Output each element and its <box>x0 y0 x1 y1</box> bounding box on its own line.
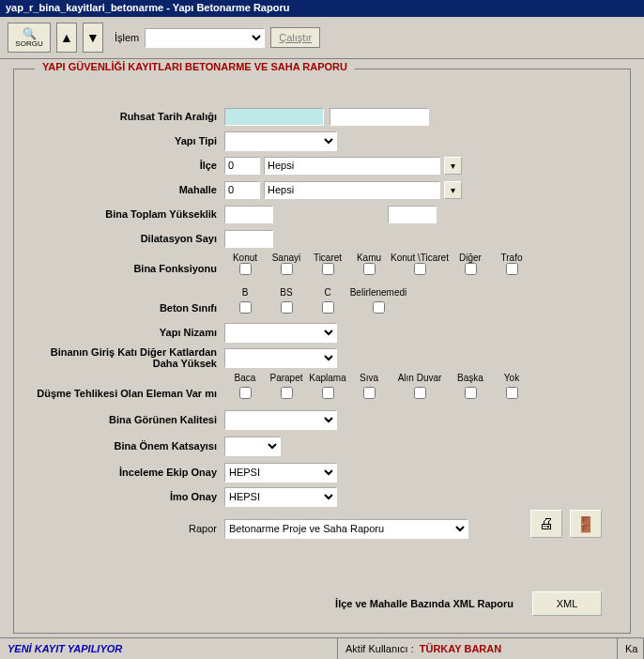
calistir-button[interactable]: Çalıştır <box>270 27 320 48</box>
yapi-nizami-select[interactable] <box>224 323 337 343</box>
hdr: Yok <box>491 373 532 383</box>
label-rapor: Rapor <box>27 523 224 534</box>
group-title: YAPI GÜVENLİĞİ KAYITLARI BETONARME VE SA… <box>35 61 355 72</box>
label-yapi-nizami: Yapı Nizamı <box>27 327 224 338</box>
report-groupbox: YAPI GÜVENLİĞİ KAYITLARI BETONARME VE SA… <box>13 69 631 634</box>
cb-belirlenemedi[interactable] <box>373 301 385 314</box>
cb-parapet[interactable] <box>281 387 293 399</box>
xml-button[interactable]: XML <box>532 591 602 616</box>
cb-baca[interactable] <box>239 387 252 399</box>
dropdown-icon: ▾ <box>451 161 455 171</box>
cb-trafo[interactable] <box>506 263 518 275</box>
hdr: Başka <box>450 373 491 383</box>
beton-headers: B BS C Belirlenemedi <box>224 287 617 298</box>
xml-label: İlçe ve Mahalle Bazında XML Raporu <box>335 598 514 609</box>
ilce-lookup-button[interactable]: ▾ <box>444 157 462 175</box>
status-user-label: Aktif Kullanıcı : <box>345 643 414 654</box>
cb-kamu[interactable] <box>363 263 376 275</box>
binoculars-icon: 🔍 <box>23 28 37 39</box>
hdr: Sıva <box>348 373 390 383</box>
cb-bs[interactable] <box>281 301 293 314</box>
label-yukseklik: Bina Toplam Yükseklik <box>27 208 224 220</box>
prev-button[interactable]: ▲ <box>56 23 77 53</box>
toolbar: 🔍 SORGU ▲ ▼ İşlem Çalıştır <box>0 17 644 59</box>
label-imo-onay: İmo Onay <box>27 491 224 502</box>
dropdown-icon: ▾ <box>451 185 455 195</box>
imo-onay-select[interactable]: HEPSI <box>224 487 337 507</box>
giris-kat-select[interactable] <box>224 348 337 368</box>
statusbar: YENİ KAYIT YAPILIYOR Aktif Kullanıcı : T… <box>0 637 644 659</box>
print-button[interactable]: 🖨 <box>530 510 562 538</box>
hdr: Baca <box>224 373 266 383</box>
mahalle-name-input[interactable] <box>264 181 440 199</box>
mahalle-lookup-button[interactable]: ▾ <box>444 181 462 199</box>
window-titlebar: yap_r_bina_kayitlari_betonarme - Yapı Be… <box>0 0 644 17</box>
cb-yok[interactable] <box>506 387 518 399</box>
mahalle-code-input[interactable] <box>224 181 260 199</box>
label-beton-sinifi: Beton Sınıfı <box>27 302 224 314</box>
label-yapi-tipi: Yapı Tipi <box>27 135 224 146</box>
cb-baska[interactable] <box>465 387 477 399</box>
cb-alin-duvar[interactable] <box>414 387 426 399</box>
hdr: Kaplama <box>307 373 348 383</box>
status-tail: Ka <box>618 638 644 659</box>
onem-katsayi-select[interactable] <box>224 437 281 456</box>
hdr: Sanayi <box>266 253 307 263</box>
dilatasyon-input[interactable] <box>224 230 273 248</box>
ruhsat-date-to[interactable] <box>330 108 429 126</box>
gorunen-kalite-select[interactable] <box>224 410 337 430</box>
sorgu-label: SORGU <box>15 39 42 48</box>
hdr: Trafo <box>491 253 532 263</box>
yapi-tipi-select[interactable] <box>224 131 337 151</box>
cb-b[interactable] <box>239 301 252 314</box>
rapor-select[interactable]: Betonarme Proje ve Saha Raporu <box>224 519 468 539</box>
hdr: Kamu <box>348 253 390 263</box>
hdr: C <box>307 287 348 298</box>
status-user-name: TÜRKAY BARAN <box>420 643 501 654</box>
label-dilatasyon: Dilatasyon Sayı <box>27 233 224 244</box>
hdr: Ticaret <box>307 253 348 263</box>
label-giris-kat: Binanın Giriş Katı Diğer Katlardan Daha … <box>27 346 224 369</box>
label-dusme: Düşme Tehlikesi Olan Eleman Var mı <box>27 388 224 399</box>
yukseklik-min-input[interactable] <box>224 206 273 223</box>
printer-icon: 🖨 <box>539 515 554 532</box>
ruhsat-date-from[interactable] <box>224 108 324 126</box>
fonksiyon-headers: Konut Sanayi Ticaret Kamu Konut \Ticaret… <box>224 253 617 263</box>
cb-ticaret[interactable] <box>322 263 334 275</box>
cb-c[interactable] <box>322 301 334 314</box>
cb-sanayi[interactable] <box>281 263 293 275</box>
arrow-up-icon: ▲ <box>60 30 73 45</box>
ilce-code-input[interactable] <box>224 157 260 175</box>
label-ilce: İlçe <box>27 160 224 171</box>
hdr: Alın Duvar <box>390 373 450 383</box>
status-mode: YENİ KAYIT YAPILIYOR <box>0 638 338 659</box>
workarea: YAPI GÜVENLİĞİ KAYITLARI BETONARME VE SA… <box>0 59 644 636</box>
hdr: Diğer <box>450 253 491 263</box>
inceleme-onay-select[interactable]: HEPSI <box>224 463 337 483</box>
yukseklik-max-input[interactable] <box>388 206 437 223</box>
next-button[interactable]: ▼ <box>83 23 103 53</box>
ilce-name-input[interactable] <box>264 157 440 175</box>
hdr: BS <box>266 287 307 298</box>
cb-diger[interactable] <box>465 263 477 275</box>
islem-select[interactable] <box>145 28 265 48</box>
sorgu-button[interactable]: 🔍 SORGU <box>8 23 51 53</box>
status-user: Aktif Kullanıcı : TÜRKAY BARAN <box>338 638 618 659</box>
door-icon: 🚪 <box>576 515 595 533</box>
cb-siva[interactable] <box>363 387 376 399</box>
hdr: Konut <box>224 253 266 263</box>
label-onem-katsayi: Bina Önem Katsayısı <box>27 440 224 452</box>
cb-konut[interactable] <box>239 263 252 275</box>
label-inceleme-onay: İnceleme Ekip Onay <box>27 467 224 478</box>
cb-konut-ticaret[interactable] <box>414 263 426 275</box>
hdr: B <box>224 287 266 298</box>
label-gorunen-kalite: Bina Görünen Kalitesi <box>27 414 224 425</box>
arrow-down-icon: ▼ <box>86 30 100 45</box>
exit-button[interactable]: 🚪 <box>570 510 602 538</box>
hdr: Belirlenemedi <box>348 287 408 298</box>
cb-kaplama[interactable] <box>322 387 334 399</box>
hdr: Konut \Ticaret <box>390 253 450 263</box>
label-fonksiyon: Bina Fonksiyonu <box>27 263 224 274</box>
label-ruhsat: Ruhsat Tarih Aralığı <box>27 111 224 122</box>
label-mahalle: Mahalle <box>27 184 224 195</box>
